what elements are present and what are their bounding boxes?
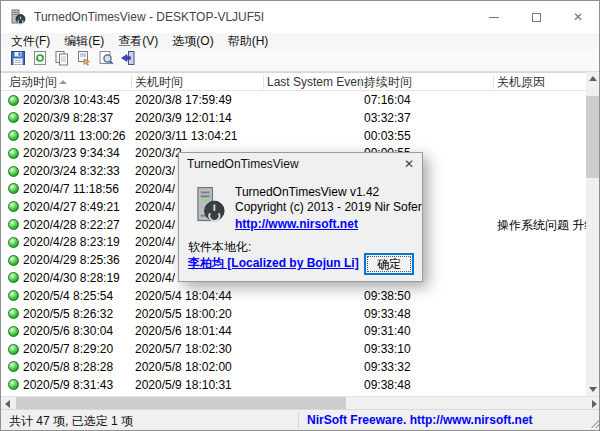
- power-led-icon: [8, 219, 19, 230]
- table-row[interactable]: 2020/5/9 8:31:432020/5/9 18:10:3109:38:4…: [1, 376, 588, 394]
- table-row[interactable]: 2020/3/11 13:00:262020/3/11 13:04:2100:0…: [1, 127, 588, 145]
- sort-ascending-icon: [59, 80, 67, 84]
- cell-shutdown: 2020/5/7 18:02:30: [135, 342, 232, 356]
- cell-reason: 操作系统问题 升级: [497, 218, 596, 232]
- dialog-website-link[interactable]: http://www.nirsoft.net: [235, 217, 358, 231]
- column-header-2[interactable]: Last System Even...: [267, 73, 374, 91]
- table-row[interactable]: 2020/3/9 8:28:372020/3/9 12:01:1403:32:3…: [1, 109, 588, 127]
- minimize-button[interactable]: [473, 1, 515, 33]
- column-header-4[interactable]: 关机原因: [497, 73, 545, 91]
- cell-shutdown: 2020/4/: [135, 253, 175, 267]
- cell-shutdown: 2020/5/6 18:01:44: [135, 324, 232, 338]
- cell-shutdown: 2020/4/: [135, 271, 175, 285]
- copy-icon: [54, 50, 70, 70]
- table-row[interactable]: 2020/5/8 8:28:282020/5/8 18:02:0009:33:3…: [1, 358, 588, 376]
- cell-duration: 09:31:40: [364, 324, 411, 338]
- cell-shutdown: 2020/3/2: [135, 146, 182, 160]
- cell-boot: 2020/5/7 8:29:20: [23, 342, 113, 356]
- cell-boot: 2020/4/30 8:28:19: [23, 271, 120, 285]
- cell-boot: 2020/5/9 8:31:43: [23, 378, 113, 392]
- arrow-down-icon: [589, 387, 597, 392]
- app-window: TurnedOnTimesView - DESKTOP-VLJUF5I ✕ 文件…: [0, 0, 600, 431]
- ok-button[interactable]: 确定: [364, 253, 414, 275]
- find-button[interactable]: [95, 50, 117, 70]
- status-nirsoft-link[interactable]: NirSoft Freeware. http://www.nirsoft.net: [307, 413, 533, 427]
- table-row[interactable]: 2020/5/5 8:26:322020/5/5 18:00:2009:33:4…: [1, 305, 588, 323]
- dialog-localization-link[interactable]: 李柏均 [Localized by Bojun Li]: [188, 255, 359, 272]
- dialog-app-version: TurnedOnTimesView v1.42: [235, 185, 379, 199]
- header-separator: [493, 75, 494, 89]
- find-icon: [98, 50, 114, 70]
- window-title: TurnedOnTimesView - DESKTOP-VLJUF5I: [34, 10, 264, 24]
- cell-boot: 2020/3/11 13:00:26: [23, 129, 126, 143]
- cell-shutdown: 2020/5/5 18:00:20: [135, 307, 232, 321]
- cell-boot: 2020/3/23 9:34:34: [23, 146, 120, 160]
- cell-shutdown: 2020/5/4 18:04:44: [135, 289, 232, 303]
- cell-boot: 2020/4/29 8:25:36: [23, 253, 120, 267]
- cell-shutdown: 2020/3/9 12:01:14: [135, 111, 232, 125]
- dialog-title: TurnedOnTimesView: [187, 157, 299, 171]
- maximize-button[interactable]: [515, 1, 557, 33]
- toolbar: [1, 49, 599, 72]
- vertical-scrollbar[interactable]: [586, 72, 599, 396]
- save-button[interactable]: [7, 50, 29, 70]
- cell-boot: 2020/4/28 8:22:27: [23, 218, 120, 232]
- arrow-right-icon: [592, 400, 597, 408]
- power-led-icon: [8, 201, 19, 212]
- horizontal-scrollbar[interactable]: [1, 396, 600, 409]
- cell-duration: 00:03:55: [364, 129, 411, 143]
- properties-icon: [76, 50, 92, 70]
- table-row[interactable]: 2020/5/6 8:30:042020/5/6 18:01:4409:31:4…: [1, 322, 588, 340]
- save-icon: [10, 50, 26, 70]
- menu-item-3[interactable]: 选项(O): [165, 32, 220, 51]
- power-led-icon: [8, 255, 19, 266]
- table-row[interactable]: 2020/3/8 10:43:452020/3/8 17:59:4907:16:…: [1, 91, 588, 109]
- minimize-icon: [489, 17, 499, 18]
- column-header-0[interactable]: 启动时间: [9, 73, 57, 91]
- cell-boot: 2020/5/5 8:26:32: [23, 307, 113, 321]
- power-led-icon: [8, 166, 19, 177]
- power-led-icon: [8, 148, 19, 159]
- cell-duration: 09:38:48: [364, 378, 411, 392]
- caption-buttons: ✕: [473, 1, 599, 33]
- copy-button[interactable]: [51, 50, 73, 70]
- horizontal-scroll-thumb[interactable]: [16, 397, 346, 409]
- turnedontimesview-dialog-icon: [195, 186, 226, 226]
- cell-shutdown: 2020/3/11 13:04:21: [135, 129, 238, 143]
- menu-item-0[interactable]: 文件(F): [4, 32, 57, 51]
- dialog-close-button[interactable]: ✕: [400, 155, 418, 172]
- cell-boot: 2020/3/24 8:32:33: [23, 164, 120, 178]
- power-led-icon: [8, 361, 19, 372]
- cell-shutdown: 2020/4/: [135, 182, 175, 196]
- header-separator: [360, 75, 361, 89]
- vertical-scroll-thumb[interactable]: [586, 96, 599, 178]
- header-separator: [131, 75, 132, 89]
- power-led-icon: [8, 272, 19, 283]
- table-row[interactable]: 2020/5/7 8:29:202020/5/7 18:02:3009:33:1…: [1, 340, 588, 358]
- maximize-icon: [532, 13, 541, 22]
- status-separator: [298, 412, 299, 429]
- exit-button[interactable]: [117, 50, 139, 70]
- column-header-1[interactable]: 关机时间: [135, 73, 183, 91]
- power-led-icon: [8, 112, 19, 123]
- menu-item-1[interactable]: 编辑(E): [57, 32, 111, 51]
- cell-shutdown: 2020/4/: [135, 235, 175, 249]
- scroll-down-button[interactable]: [586, 383, 599, 396]
- refresh-button[interactable]: [29, 50, 51, 70]
- properties-button[interactable]: [73, 50, 95, 70]
- cell-duration: 09:33:48: [364, 307, 411, 321]
- table-row[interactable]: 2020/5/4 8:25:542020/5/4 18:04:4409:38:5…: [1, 287, 588, 305]
- menu-item-4[interactable]: 帮助(H): [221, 32, 276, 51]
- scroll-up-button[interactable]: [586, 72, 599, 85]
- close-button[interactable]: ✕: [557, 1, 599, 33]
- turnedontimesview-app-icon: [10, 9, 26, 25]
- power-led-icon: [8, 237, 19, 248]
- status-count-text: 共计 47 项, 已选定 1 项: [9, 413, 133, 430]
- column-header-3[interactable]: 持续时间: [364, 73, 412, 91]
- statusbar: 共计 47 项, 已选定 1 项 NirSoft Freeware. http:…: [1, 409, 600, 430]
- cell-boot: 2020/5/6 8:30:04: [23, 324, 113, 338]
- power-led-icon: [8, 326, 19, 337]
- resize-grip-icon[interactable]: [589, 418, 599, 428]
- menu-item-2[interactable]: 查看(V): [111, 32, 165, 51]
- power-led-icon: [8, 379, 19, 390]
